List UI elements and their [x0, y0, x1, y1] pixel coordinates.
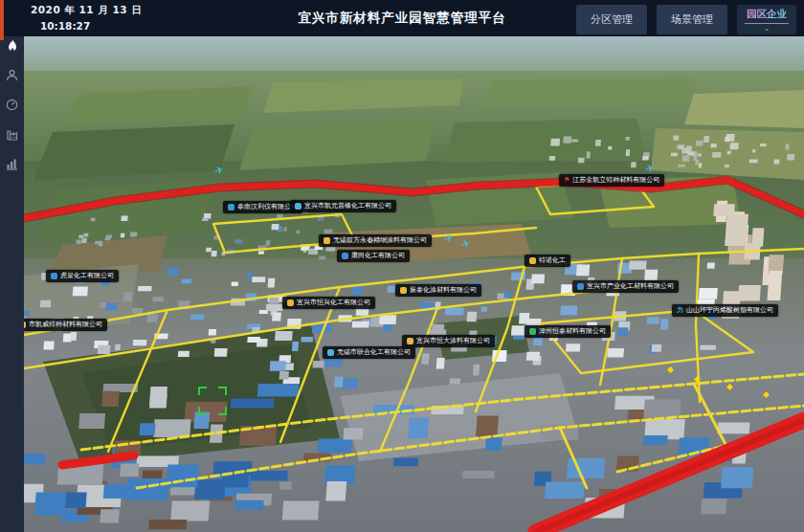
top-header: 2020 年 11 月 13 日 10:18:27 宜兴市新材料产业园智慧管理平…: [0, 0, 804, 36]
company-marker-icon: [577, 283, 584, 290]
company-label[interactable]: 宜兴市产业化工材料有限公司: [572, 280, 679, 293]
company-label[interactable]: 虎皇化工有限公司: [46, 270, 119, 282]
accent-strip: [0, 0, 4, 40]
company-label-text: 潭州恒泰材料有限公司: [539, 328, 606, 335]
company-marker-icon: [342, 253, 348, 259]
company-label-text: 山山环宇丙烯酸树脂有限公司: [686, 307, 773, 314]
company-label-text: 宜兴市恒兴化工有限公司: [297, 299, 370, 306]
chevron-down-icon: ⌄: [764, 25, 770, 33]
horizon-haze: [24, 36, 804, 73]
company-marker-icon: [295, 203, 302, 210]
company-marker-icon: [327, 349, 334, 356]
company-marker-icon: [529, 328, 536, 335]
map-3d-view[interactable]: ✈✈✈✈ 泰南汉利仪有限公司宜兴市凯元普橡化工有限公司无锡双方永春精细涂料有限公…: [24, 36, 804, 532]
company-logo-icon: 力: [677, 307, 683, 314]
company-label[interactable]: ⚑江苏金凯立特种材料有限公司: [559, 174, 664, 187]
company-marker-icon: [400, 287, 407, 294]
company-label[interactable]: 无锡双方永春精细涂料有限公司: [319, 234, 432, 247]
user-icon[interactable]: [0, 64, 24, 85]
company-label-text: 泰南汉利仪有限公司: [237, 204, 298, 211]
company-marker-icon: [407, 338, 413, 344]
company-marker-icon: [324, 237, 330, 244]
company-label[interactable]: 特诺化工: [525, 255, 570, 267]
company-label-text: 虎皇化工有限公司: [60, 273, 114, 279]
company-label[interactable]: 宜兴市恒大涂料有限公司: [402, 335, 495, 347]
flag-icon: ⚑: [564, 177, 570, 184]
company-label[interactable]: 康田化工有限公司: [337, 250, 410, 262]
header-actions: 分区管理 场景管理 园区企业 ⌄: [576, 5, 796, 34]
company-label-text: 宜兴市凯元普橡化工有限公司: [304, 203, 391, 210]
company-label-text: 宜兴市产业化工材料有限公司: [587, 283, 674, 290]
company-label[interactable]: 宜兴市凯元普橡化工有限公司: [290, 200, 396, 212]
company-label-text: 江苏金凯立特种材料有限公司: [572, 177, 659, 184]
company-marker-icon: [51, 273, 57, 279]
company-label-text: 无锡市联合化工有限公司: [337, 349, 411, 356]
dropdown-label: 园区企业: [747, 8, 787, 21]
park-enterprise-dropdown[interactable]: 园区企业 ⌄: [737, 5, 796, 34]
company-label-text: 振泰化涂材料有限公司: [410, 287, 477, 294]
company-label[interactable]: 潭州恒泰材料有限公司: [525, 325, 611, 338]
gauge-icon[interactable]: [0, 94, 24, 115]
company-label-text: 康田化工有限公司: [351, 253, 405, 259]
company-label-text: 无锡双方永春精细涂料有限公司: [333, 237, 427, 244]
left-sidebar: [0, 0, 24, 532]
company-label[interactable]: 力山山环宇丙烯酸树脂有限公司: [672, 304, 778, 317]
app-window: 2020 年 11 月 13 日 10:18:27 宜兴市新材料产业园智慧管理平…: [0, 0, 804, 532]
company-label-text: 特诺化工: [539, 257, 566, 264]
company-label-text: 市凯威特种材料有限公司: [29, 321, 102, 328]
company-label[interactable]: 无锡市联合化工有限公司: [323, 346, 415, 359]
zone-management-button[interactable]: 分区管理: [576, 5, 647, 34]
company-label[interactable]: 振泰化涂材料有限公司: [395, 284, 481, 297]
company-label[interactable]: 宜兴市恒兴化工有限公司: [282, 297, 375, 309]
factory-icon[interactable]: [0, 123, 24, 144]
company-marker-icon: [228, 204, 234, 211]
company-label[interactable]: 市凯威特种材料有限公司: [14, 319, 107, 331]
company-marker-icon: [287, 299, 294, 306]
company-label-text: 宜兴市恒大涂料有限公司: [416, 338, 490, 344]
bar-chart-icon[interactable]: [0, 153, 24, 174]
company-marker-icon: [529, 257, 536, 264]
scene-management-button[interactable]: 场景管理: [657, 5, 727, 34]
